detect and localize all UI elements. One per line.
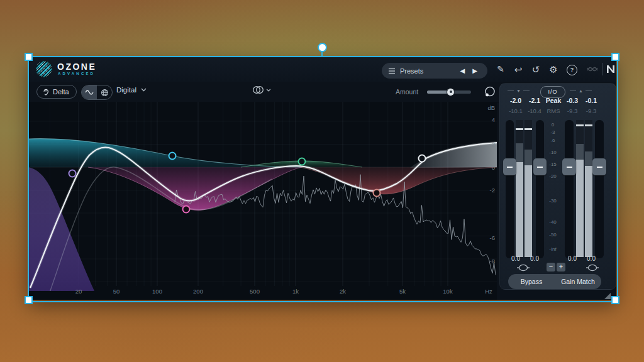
selection-handle-bottom-left[interactable] — [25, 296, 33, 304]
selection-border[interactable] — [28, 56, 618, 302]
selection-handle-top-right[interactable] — [611, 53, 619, 61]
editor-canvas: OZONE ADVANCED Presets ◀ ▶ ✎ ↩ ↺ ⚙ ? — [0, 0, 644, 362]
selection-handle-top-left[interactable] — [25, 53, 33, 61]
selection-handle-bottom-right[interactable] — [611, 296, 619, 304]
rotation-handle[interactable] — [318, 43, 327, 52]
